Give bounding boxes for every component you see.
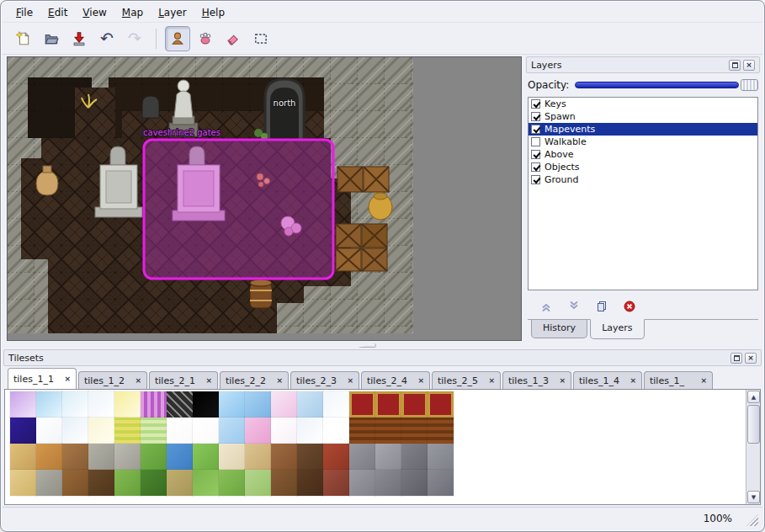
tile-swatch[interactable] <box>428 470 454 496</box>
select-tool-button[interactable] <box>248 26 274 51</box>
duplicate-layer-button[interactable] <box>593 298 610 315</box>
tile-swatch[interactable] <box>88 470 114 496</box>
tile-swatch[interactable] <box>375 418 401 444</box>
layer-row-mapevents[interactable]: Mapevents <box>529 123 757 136</box>
layer-checkbox[interactable] <box>531 162 540 172</box>
tile-swatch[interactable] <box>36 418 62 444</box>
tile-swatch[interactable] <box>62 391 88 418</box>
layer-row-keys[interactable]: Keys <box>529 98 757 110</box>
tile-swatch[interactable] <box>375 470 401 496</box>
tab-layers[interactable]: Layers <box>590 319 644 339</box>
tile-swatch[interactable] <box>36 470 62 496</box>
close-icon[interactable]: × <box>205 376 212 385</box>
tile-swatch[interactable] <box>245 418 271 444</box>
tile-swatch[interactable] <box>167 444 193 470</box>
tile-swatch[interactable] <box>219 391 245 418</box>
menu-view[interactable]: View <box>76 4 113 21</box>
tile-swatch[interactable] <box>10 470 36 496</box>
layers-dock-titlebar[interactable]: Layers × <box>526 56 760 73</box>
tile-swatch[interactable] <box>36 444 62 470</box>
tile-swatch[interactable] <box>10 444 36 470</box>
tile-swatch[interactable] <box>62 470 88 496</box>
tileset-tab[interactable]: tiles_2_2 × <box>220 371 289 389</box>
tile-swatch[interactable] <box>245 470 271 496</box>
tile-swatch[interactable] <box>297 418 323 444</box>
tile-swatch[interactable] <box>193 470 219 496</box>
lower-layer-button[interactable] <box>566 298 582 315</box>
tile-swatch[interactable] <box>167 418 193 444</box>
tab-history[interactable]: History <box>531 320 587 338</box>
tile-swatch[interactable] <box>10 418 36 444</box>
tile-swatch[interactable] <box>428 418 454 444</box>
open-button[interactable] <box>39 26 64 51</box>
tile-swatch[interactable] <box>141 470 167 496</box>
tile-swatch[interactable] <box>349 391 375 418</box>
new-button[interactable] <box>11 26 36 51</box>
tileset-tab[interactable]: tiles_2_5 × <box>432 371 501 389</box>
close-icon[interactable]: × <box>700 376 707 385</box>
close-icon[interactable]: × <box>135 376 141 385</box>
tile-swatch[interactable] <box>167 391 193 418</box>
opacity-slider-handle[interactable] <box>741 79 758 91</box>
opacity-slider[interactable] <box>575 78 758 92</box>
tile-swatch[interactable] <box>271 418 297 444</box>
menu-map[interactable]: Map <box>115 4 150 21</box>
tile-swatch[interactable] <box>141 444 167 470</box>
vertical-scrollbar[interactable]: ▲ ▼ <box>746 390 760 504</box>
close-icon[interactable]: × <box>630 376 636 385</box>
tileset-tab[interactable]: tiles_1_4 × <box>573 371 642 389</box>
tile-swatch[interactable] <box>349 470 375 496</box>
tile-swatch[interactable] <box>401 444 428 470</box>
tile-swatch[interactable] <box>323 391 349 418</box>
layer-row-objects[interactable]: Objects <box>529 161 757 173</box>
tileset-tab[interactable]: tiles_1_2 × <box>78 371 147 389</box>
menu-file[interactable]: File <box>9 4 40 21</box>
tilesets-dock-titlebar[interactable]: Tilesets × <box>3 349 762 366</box>
layer-row-above[interactable]: Above <box>529 148 757 161</box>
menu-edit[interactable]: Edit <box>41 4 74 21</box>
delete-layer-button[interactable] <box>621 298 638 315</box>
map-selection[interactable] <box>144 140 333 279</box>
brush-tool-button[interactable] <box>193 26 218 51</box>
save-button[interactable] <box>66 26 92 51</box>
close-icon[interactable]: × <box>276 376 283 385</box>
eraser-tool-button[interactable] <box>220 26 246 51</box>
tile-swatch[interactable] <box>114 444 141 470</box>
tile-swatch[interactable] <box>401 418 428 444</box>
event-tool-button[interactable] <box>165 26 190 51</box>
tileset-tab[interactable]: tiles_1_3 × <box>502 371 571 389</box>
tile-swatch[interactable] <box>401 391 428 418</box>
tile-swatch[interactable] <box>167 470 193 496</box>
splitter-grip[interactable] <box>358 343 376 348</box>
tile-swatch[interactable] <box>114 470 141 496</box>
tile-swatch[interactable] <box>141 391 167 418</box>
tile-swatch[interactable] <box>219 470 245 496</box>
tile-swatch[interactable] <box>62 444 88 470</box>
dock-close-button[interactable]: × <box>743 60 755 71</box>
tile-swatch[interactable] <box>297 444 323 470</box>
tile-swatch[interactable] <box>297 470 323 496</box>
scrollbar-thumb[interactable] <box>747 405 760 444</box>
layer-checkbox[interactable] <box>531 175 540 184</box>
tile-swatch[interactable] <box>193 418 219 444</box>
tile-swatch[interactable] <box>401 470 428 496</box>
resize-grip[interactable] <box>746 514 758 526</box>
tile-swatch[interactable] <box>349 444 375 470</box>
layer-checkbox[interactable] <box>531 137 540 146</box>
close-icon[interactable]: × <box>488 376 495 385</box>
close-icon[interactable]: × <box>64 375 71 383</box>
tile-swatch[interactable] <box>349 418 375 444</box>
tile-swatch[interactable] <box>193 444 219 470</box>
tileset-tab[interactable]: tiles_1_1 × <box>8 368 77 389</box>
tile-swatch[interactable] <box>271 470 297 496</box>
tile-swatch[interactable] <box>323 418 349 444</box>
layer-row-ground[interactable]: Ground <box>529 173 757 186</box>
redo-button[interactable]: ↷ <box>122 26 147 51</box>
dock-float-button[interactable] <box>730 353 742 364</box>
dock-float-button[interactable] <box>729 60 741 71</box>
tile-swatch[interactable] <box>271 444 297 470</box>
tile-swatch[interactable] <box>88 418 114 444</box>
tile-swatch[interactable] <box>323 444 349 470</box>
tile-swatch[interactable] <box>245 444 271 470</box>
layer-checkbox[interactable] <box>531 125 540 134</box>
